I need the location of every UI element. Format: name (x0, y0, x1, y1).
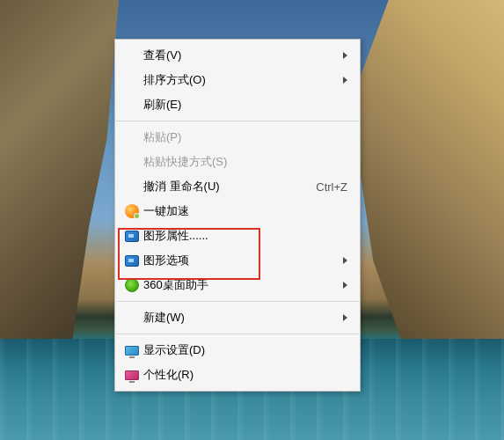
menu-sort[interactable]: 排序方式(O) (115, 68, 360, 92)
menu-display-settings-label: 显示设置(D) (143, 342, 347, 358)
menu-360-desktop-helper-label: 360桌面助手 (143, 277, 336, 293)
chevron-right-icon (343, 52, 347, 59)
icon-empty (121, 47, 143, 64)
menu-one-key-accel[interactable]: 一键加速 (115, 199, 360, 224)
menu-separator (116, 121, 359, 121)
menu-undo-rename-label: 撤消 重命名(U) (143, 179, 309, 194)
menu-view[interactable]: 查看(V) (115, 43, 360, 68)
menu-refresh[interactable]: 刷新(E) (115, 92, 360, 117)
menu-graphics-properties-label: 图形属性...... (143, 228, 347, 244)
personalize-icon (121, 366, 143, 384)
menu-360-desktop-helper[interactable]: 360桌面助手 (115, 273, 360, 297)
chevron-right-icon (343, 314, 347, 321)
menu-view-label: 查看(V) (143, 48, 336, 63)
icon-empty (121, 309, 143, 326)
menu-display-settings[interactable]: 显示设置(D) (115, 338, 360, 363)
monitor-icon (121, 341, 143, 359)
icon-empty (121, 128, 143, 146)
chevron-right-icon (343, 77, 347, 84)
menu-paste: 粘贴(P) (115, 125, 360, 150)
menu-personalize-label: 个性化(R) (143, 367, 347, 383)
menu-one-key-accel-label: 一键加速 (143, 203, 347, 219)
menu-separator (116, 334, 359, 334)
icon-empty (121, 178, 143, 195)
menu-paste-shortcut-label: 粘贴快捷方式(S) (143, 154, 347, 170)
menu-sort-label: 排序方式(O) (143, 72, 336, 88)
chevron-right-icon (343, 282, 347, 289)
menu-new[interactable]: 新建(W) (115, 305, 360, 330)
wallpaper-cliff-left (0, 0, 119, 348)
menu-undo-shortcut: Ctrl+Z (316, 180, 347, 194)
menu-personalize[interactable]: 个性化(R) (115, 363, 360, 387)
menu-graphics-options-label: 图形选项 (143, 253, 336, 268)
menu-graphics-options[interactable]: 图形选项 (115, 248, 360, 273)
menu-paste-label: 粘贴(P) (143, 129, 347, 145)
intel-graphics-icon (121, 252, 143, 269)
icon-empty (121, 153, 143, 171)
menu-separator (116, 301, 359, 302)
wallpaper-cliff-right (350, 0, 504, 348)
menu-undo-rename[interactable]: 撤消 重命名(U) Ctrl+Z (115, 174, 360, 199)
chevron-right-icon (343, 257, 347, 264)
menu-refresh-label: 刷新(E) (143, 97, 347, 113)
icon-empty (121, 96, 143, 114)
360-icon (121, 276, 143, 294)
intel-graphics-icon (121, 227, 143, 245)
menu-graphics-properties[interactable]: 图形属性...... (115, 224, 360, 248)
desktop-context-menu: 查看(V) 排序方式(O) 刷新(E) 粘贴(P) 粘贴快捷方式(S) 撤消 重… (114, 39, 361, 392)
menu-new-label: 新建(W) (143, 310, 336, 326)
accelerator-icon (121, 202, 143, 220)
icon-empty (121, 71, 143, 89)
menu-paste-shortcut: 粘贴快捷方式(S) (115, 150, 360, 174)
